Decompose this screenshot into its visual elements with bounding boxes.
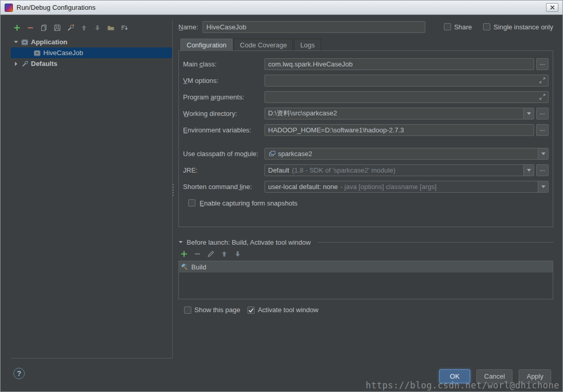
tree-group-application[interactable]: Application bbox=[11, 37, 172, 47]
main-class-browse-button[interactable]: ... bbox=[536, 58, 549, 70]
build-icon bbox=[181, 263, 188, 270]
tree-group-label: Application bbox=[31, 38, 68, 46]
titlebar: Run/Debug Configurations bbox=[1, 1, 562, 15]
before-launch-task-list: Build bbox=[178, 261, 553, 299]
shorten-value: user-local default: none bbox=[268, 183, 338, 191]
tree-item-label: HiveCaseJob bbox=[43, 49, 83, 57]
help-button[interactable]: ? bbox=[13, 368, 25, 379]
main-class-input[interactable] bbox=[264, 58, 534, 70]
jre-browse-button[interactable]: ... bbox=[536, 164, 549, 176]
jre-hint: (1.8 - SDK of 'sparkcase2' module) bbox=[292, 166, 395, 174]
sidebar-toolbar bbox=[11, 20, 172, 35]
tab-bar: Configuration Code Coverage Logs bbox=[180, 39, 321, 50]
configurations-tree: Application HiveCaseJob Defaults bbox=[11, 37, 172, 69]
copy-configuration-icon[interactable] bbox=[40, 24, 48, 32]
edit-task-icon[interactable] bbox=[207, 250, 215, 258]
working-directory-browse-button[interactable]: ... bbox=[536, 108, 549, 120]
tab-configuration[interactable]: Configuration bbox=[180, 39, 233, 51]
add-configuration-icon[interactable] bbox=[13, 24, 21, 32]
ok-button[interactable]: OK bbox=[439, 369, 470, 383]
module-label: Use classpath of mod̲ule: bbox=[183, 150, 264, 158]
tree-item-hivecasejob[interactable]: HiveCaseJob bbox=[11, 47, 172, 58]
tab-label: Code Coverage bbox=[240, 41, 287, 49]
name-label: N̲ame: bbox=[178, 23, 198, 31]
environment-variables-label: E̲nvironment variables: bbox=[183, 126, 264, 134]
sort-configurations-icon[interactable] bbox=[120, 24, 128, 32]
jre-value: Default bbox=[268, 166, 289, 174]
move-up-icon[interactable] bbox=[80, 24, 88, 32]
new-folder-icon[interactable] bbox=[107, 24, 115, 32]
environment-variables-browse-button[interactable]: ... bbox=[536, 124, 549, 136]
move-task-down-icon[interactable] bbox=[234, 250, 242, 258]
tab-label: Logs bbox=[300, 41, 314, 49]
activate-tool-window-checkbox[interactable] bbox=[247, 306, 255, 314]
vm-options-input[interactable] bbox=[264, 75, 549, 87]
main-class-label: Main c̲lass: bbox=[183, 60, 264, 68]
jre-label: JRE: bbox=[183, 166, 264, 174]
before-launch-header[interactable]: Before launch: Build, Activate tool wind… bbox=[178, 237, 553, 247]
vm-options-label: V̲M options: bbox=[183, 77, 264, 84]
show-this-page-label: Show this page bbox=[194, 306, 240, 314]
before-launch-toolbar bbox=[180, 250, 242, 258]
application-icon bbox=[34, 49, 41, 57]
task-item-build[interactable]: Build bbox=[179, 261, 553, 272]
working-directory-value: D:\资料\src\sparkcase2 bbox=[268, 109, 337, 118]
module-row: Use classpath of mod̲ule: sparkcase2 bbox=[183, 145, 549, 162]
name-row: N̲ame: Share Single instance only bbox=[178, 20, 553, 33]
show-this-page-checkbox[interactable] bbox=[184, 306, 191, 314]
single-instance-checkbox[interactable] bbox=[483, 23, 490, 30]
shorten-command-line-row: Shorten command l̲ine: user-local defaul… bbox=[183, 178, 549, 195]
shorten-command-line-combobox[interactable]: user-local default: none - java [options… bbox=[264, 181, 549, 193]
program-arguments-input[interactable] bbox=[264, 91, 549, 103]
edit-defaults-icon[interactable] bbox=[67, 24, 75, 32]
activate-tool-window-label: Activate tool window bbox=[258, 306, 319, 314]
footer-checkboxes: Show this page Activate tool window bbox=[184, 306, 319, 314]
settings-wrench-icon bbox=[21, 60, 28, 67]
move-task-up-icon[interactable] bbox=[220, 250, 228, 258]
close-button[interactable] bbox=[546, 3, 558, 12]
remove-task-icon[interactable] bbox=[193, 250, 202, 258]
environment-variables-input[interactable] bbox=[264, 124, 534, 136]
application-icon bbox=[21, 39, 28, 46]
expand-down-icon bbox=[13, 40, 19, 45]
snapshots-row: E̲nable capturing form snapshots bbox=[183, 195, 549, 211]
module-icon bbox=[268, 150, 275, 157]
module-value: sparkcase2 bbox=[278, 150, 312, 158]
configuration-panel: Main c̲lass: ... V̲M options: Program a̲… bbox=[178, 50, 553, 227]
program-arguments-row: Program a̲rguments: bbox=[183, 89, 549, 105]
working-directory-row: W̲orking directory: D:\资料\src\sparkcase2… bbox=[183, 105, 549, 122]
splitter-handle[interactable] bbox=[171, 184, 175, 196]
share-label: Share bbox=[454, 23, 472, 31]
working-directory-combobox[interactable]: D:\资料\src\sparkcase2 bbox=[264, 108, 534, 120]
shorten-command-line-label: Shorten command l̲ine: bbox=[183, 183, 264, 191]
single-instance-label: Single instance only bbox=[493, 23, 553, 31]
before-launch-title: Before launch: Build, Activate tool wind… bbox=[187, 238, 311, 246]
close-icon bbox=[550, 5, 555, 10]
apply-button[interactable]: Apply bbox=[519, 369, 551, 383]
snapshots-label: E̲nable capturing form snapshots bbox=[200, 199, 297, 207]
dropdown-arrow-icon[interactable] bbox=[538, 148, 548, 159]
tree-group-defaults[interactable]: Defaults bbox=[11, 58, 172, 69]
share-checkbox[interactable] bbox=[444, 23, 451, 30]
config-sidebar: Application HiveCaseJob Defaults bbox=[11, 20, 173, 359]
snapshots-checkbox[interactable] bbox=[188, 199, 195, 207]
dropdown-arrow-icon[interactable] bbox=[523, 108, 534, 119]
module-combobox[interactable]: sparkcase2 bbox=[264, 148, 549, 160]
add-task-icon[interactable] bbox=[180, 250, 188, 258]
save-configuration-icon[interactable] bbox=[53, 24, 61, 32]
tab-logs[interactable]: Logs bbox=[294, 39, 321, 50]
dropdown-arrow-icon[interactable] bbox=[523, 165, 534, 176]
working-directory-label: W̲orking directory: bbox=[183, 110, 264, 117]
tab-code-coverage[interactable]: Code Coverage bbox=[234, 39, 293, 50]
expand-field-icon[interactable] bbox=[539, 77, 546, 86]
dropdown-arrow-icon[interactable] bbox=[538, 181, 548, 192]
jre-combobox[interactable]: Default (1.8 - SDK of 'sparkcase2' modul… bbox=[264, 164, 534, 176]
expand-field-icon[interactable] bbox=[539, 93, 546, 103]
remove-configuration-icon[interactable] bbox=[26, 24, 35, 32]
checkmark-icon bbox=[248, 307, 254, 313]
section-divider bbox=[318, 242, 553, 243]
shorten-hint: - java [options] classname [args] bbox=[340, 183, 436, 191]
name-input[interactable] bbox=[203, 21, 425, 33]
move-down-icon[interactable] bbox=[93, 24, 102, 32]
cancel-button[interactable]: Cancel bbox=[476, 369, 512, 383]
